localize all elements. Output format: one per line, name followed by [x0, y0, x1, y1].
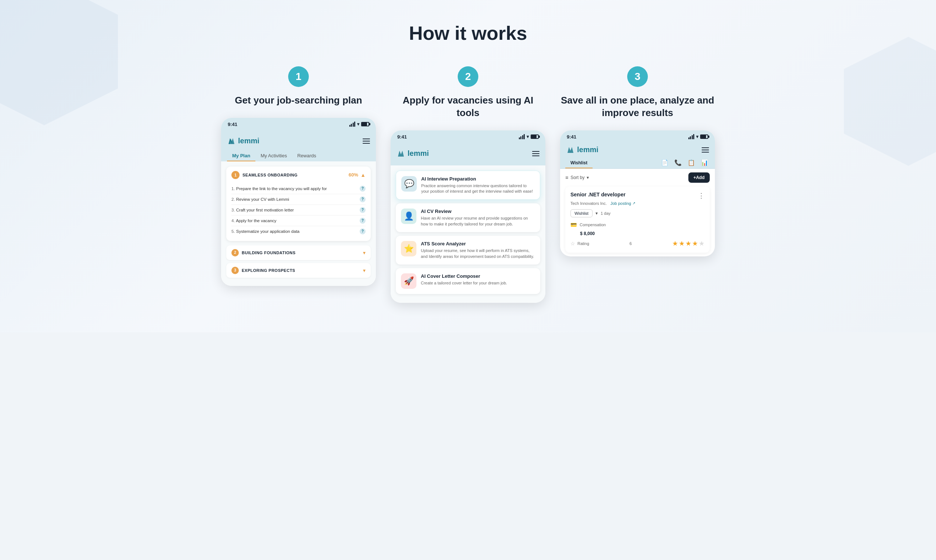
rating-label: Rating [577, 241, 589, 246]
onboarding-title-row: 1 SEAMLESS ONBOARDING [231, 171, 297, 179]
tab-my-plan[interactable]: My Plan [227, 150, 256, 162]
tab-wishlist[interactable]: Wishlist [565, 157, 593, 168]
task-help-5[interactable]: ? [360, 228, 366, 234]
signal-icon-2 [519, 134, 525, 139]
step-number-1: 1 [288, 66, 309, 87]
column-3: 3 Save all in one place, analyze and imp… [560, 66, 715, 303]
page-container: How it works 1 Get your job-searching pl… [0, 0, 936, 332]
wifi-icon-3: ▾ [696, 134, 698, 139]
battery-icon-3 [700, 134, 708, 139]
ai-card-ats[interactable]: ⭐ ATS Score Analyzer Upload your resume,… [396, 236, 540, 265]
phone-mockup-2: 9:41 ▾ [391, 131, 545, 303]
task-help-4[interactable]: ? [360, 218, 366, 224]
ai-interview-content: AI Interview Preparation Practice answer… [421, 176, 535, 194]
job-company: Tech Innovators Inc. [570, 201, 607, 206]
task-item-3: 3. Craft your first motivation letter ? [231, 205, 366, 215]
section-building-foundations[interactable]: 2 BUILDING FOUNDATIONS ▾ [226, 245, 371, 260]
wishlist-toolbar: ≡ Sort by ▾ +Add [560, 169, 715, 186]
sort-icon: ≡ [565, 175, 568, 180]
status-icons-3: ▾ [688, 134, 709, 139]
tab-my-activities[interactable]: My Activities [256, 150, 292, 162]
job-card: Senior .NET developer ⋮ Tech Innovators … [565, 186, 710, 253]
column-1: 1 Get your job-searching plan 9:41 ▾ [221, 66, 376, 303]
task-item-1: 1. Prepare the link to the vacancy you w… [231, 183, 366, 194]
ai-cv-title: AI CV Review [421, 209, 535, 214]
add-button[interactable]: +Add [688, 172, 710, 183]
doc-icon-1[interactable]: 📄 [661, 159, 668, 166]
task-help-2[interactable]: ? [360, 196, 366, 202]
step-number-2: 2 [458, 66, 478, 87]
section-exploring-prospects[interactable]: 3 EXPLORING PROSPECTS ▾ [226, 263, 371, 278]
wishlist-tabs-row: Wishlist 📄 📞 📋 📊 [560, 154, 715, 169]
lemmi-logo-2: lemmi [397, 149, 429, 158]
hamburger-icon-2[interactable] [532, 151, 539, 156]
rating-value: 6 [630, 241, 632, 246]
lemmi-header-1: lemmi [227, 134, 370, 148]
job-title: Senior .NET developer [570, 192, 625, 197]
star-2: ★ [679, 240, 685, 248]
progress-row: 60% ▲ [349, 172, 366, 178]
progress-percent: 60% [349, 172, 358, 178]
page-title: How it works [15, 22, 921, 44]
ai-interview-icon: 💬 [401, 176, 417, 192]
hamburger-icon-3[interactable] [702, 148, 709, 152]
lemmi-logo-3: lemmi [566, 146, 599, 154]
phone-nav-1: lemmi My Plan My Activities Rewards [221, 131, 376, 162]
columns-container: 1 Get your job-searching plan 9:41 ▾ [210, 66, 726, 303]
lemmi-logo-icon-1 [227, 137, 236, 146]
job-meta: Tech Innovators Inc. Job posting ↗ [570, 201, 705, 206]
ai-card-cover[interactable]: 🚀 AI Cover Letter Composer Create a tail… [396, 268, 540, 294]
signal-icon-3 [688, 134, 694, 139]
ai-cover-content: AI Cover Letter Composer Create a tailor… [421, 273, 507, 286]
task-item-5: 5. Systematize your application data ? [231, 226, 366, 237]
ai-cv-icon: 👤 [401, 209, 416, 224]
ai-tools-body: 💬 AI Interview Preparation Practice answ… [391, 165, 545, 303]
lemmi-header-2: lemmi [397, 147, 539, 161]
hamburger-icon-1[interactable] [363, 138, 370, 144]
step-title-2: Apply for vacancies using AI tools [391, 94, 545, 119]
ai-cover-desc: Create a tailored cover letter for your … [421, 280, 507, 286]
doc-icon-2[interactable]: 📋 [688, 159, 695, 166]
chevron-down-icon-2: ▾ [363, 250, 366, 256]
time-1: 9:41 [228, 122, 237, 127]
task-help-1[interactable]: ? [360, 186, 366, 192]
chevron-down-icon-3: ▾ [363, 268, 366, 273]
comp-label: Compensation [580, 223, 606, 227]
tab-rewards[interactable]: Rewards [292, 150, 321, 162]
task-item-4: 4. Apply for the vacancy ? [231, 215, 366, 226]
ai-card-cv[interactable]: 👤 AI CV Review Have an AI review your re… [396, 203, 540, 232]
battery-icon-2 [531, 134, 539, 139]
section-num-3: 3 [231, 267, 239, 274]
time-2: 9:41 [397, 134, 407, 140]
lemmi-logo-1: lemmi [227, 137, 259, 146]
phone-nav-2: lemmi [391, 143, 545, 165]
step-title-3: Save all in one place, analyze and impro… [560, 94, 715, 119]
ai-cv-content: AI CV Review Have an AI review your resu… [421, 209, 535, 227]
ai-ats-desc: Upload your resume, see how it will perf… [421, 248, 535, 259]
status-icons-1: ▾ [349, 122, 369, 127]
ai-ats-content: ATS Score Analyzer Upload your resume, s… [421, 241, 535, 259]
job-posting-link[interactable]: Job posting ↗ [610, 201, 635, 206]
onboarding-label: SEAMLESS ONBOARDING [242, 173, 297, 177]
job-menu-dots[interactable]: ⋮ [698, 192, 705, 200]
task-item-2: 2. Review your CV with Lemmi ? [231, 194, 366, 205]
job-time-label: 1 day [600, 211, 611, 215]
rating-row: ☆ Rating 6 ★ ★ ★ ★ ★ [570, 240, 705, 248]
phone-mockup-1: 9:41 ▾ [221, 118, 376, 286]
stars-display: ★ ★ ★ ★ ★ [672, 240, 705, 248]
time-3: 9:41 [567, 134, 576, 140]
task-help-3[interactable]: ? [360, 207, 366, 213]
sort-chevron-icon: ▾ [587, 175, 589, 180]
phone-icon[interactable]: 📞 [674, 159, 682, 166]
section-info-3: 3 EXPLORING PROSPECTS [231, 267, 295, 274]
doc-icon-3[interactable]: 📊 [701, 159, 708, 166]
onboarding-badge: 1 [231, 171, 240, 179]
column-2: 2 Apply for vacancies using AI tools 9:4… [391, 66, 545, 303]
ai-card-interview[interactable]: 💬 AI Interview Preparation Practice answ… [396, 171, 540, 200]
star-3: ★ [685, 240, 691, 248]
wishlist-status-badge[interactable]: Wishlist [570, 209, 593, 217]
status-bar-3: 9:41 ▾ [560, 131, 715, 143]
sort-by-label: Sort by [570, 175, 585, 180]
comp-value: $ 8,000 [580, 231, 595, 236]
ai-ats-icon: ⭐ [401, 241, 416, 257]
